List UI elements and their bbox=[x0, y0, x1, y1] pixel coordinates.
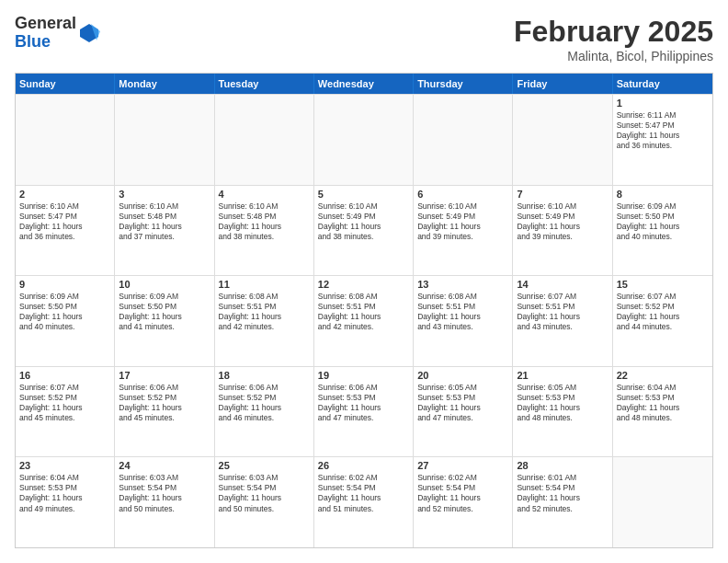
cell-w2-d5: 14Sunrise: 6:07 AM Sunset: 5:51 PM Dayli… bbox=[513, 276, 612, 366]
cell-w1-d1: 3Sunrise: 6:10 AM Sunset: 5:48 PM Daylig… bbox=[115, 186, 214, 276]
day-number: 3 bbox=[119, 189, 210, 200]
day-info: Sunrise: 6:11 AM Sunset: 5:47 PM Dayligh… bbox=[617, 110, 709, 151]
day-number: 12 bbox=[318, 279, 409, 290]
day-info: Sunrise: 6:08 AM Sunset: 5:51 PM Dayligh… bbox=[318, 292, 409, 332]
day-info: Sunrise: 6:02 AM Sunset: 5:54 PM Dayligh… bbox=[417, 473, 508, 513]
day-info: Sunrise: 6:09 AM Sunset: 5:50 PM Dayligh… bbox=[19, 292, 110, 332]
cell-w3-d2: 18Sunrise: 6:06 AM Sunset: 5:52 PM Dayli… bbox=[215, 367, 314, 457]
day-number: 8 bbox=[617, 189, 709, 200]
day-number: 11 bbox=[219, 279, 310, 290]
day-info: Sunrise: 6:07 AM Sunset: 5:52 PM Dayligh… bbox=[617, 292, 709, 332]
day-number: 25 bbox=[219, 460, 310, 471]
day-info: Sunrise: 6:09 AM Sunset: 5:50 PM Dayligh… bbox=[617, 201, 709, 242]
cell-w4-d1: 24Sunrise: 6:03 AM Sunset: 5:54 PM Dayli… bbox=[115, 457, 214, 547]
day-number: 15 bbox=[617, 279, 709, 290]
cell-w3-d0: 16Sunrise: 6:07 AM Sunset: 5:52 PM Dayli… bbox=[16, 367, 115, 457]
day-number: 10 bbox=[119, 279, 210, 290]
day-info: Sunrise: 6:10 AM Sunset: 5:49 PM Dayligh… bbox=[517, 201, 608, 242]
cell-w0-d6: 1Sunrise: 6:11 AM Sunset: 5:47 PM Daylig… bbox=[613, 95, 712, 185]
cell-w3-d5: 21Sunrise: 6:05 AM Sunset: 5:53 PM Dayli… bbox=[513, 367, 612, 457]
logo-text: General Blue bbox=[15, 15, 76, 52]
header-thursday: Thursday bbox=[414, 74, 513, 94]
day-info: Sunrise: 6:03 AM Sunset: 5:54 PM Dayligh… bbox=[119, 473, 210, 513]
logo-icon bbox=[78, 22, 100, 44]
header: General Blue February 2025 Malinta, Bico… bbox=[15, 15, 713, 63]
cell-w3-d6: 22Sunrise: 6:04 AM Sunset: 5:53 PM Dayli… bbox=[613, 367, 712, 457]
day-number: 5 bbox=[318, 189, 409, 200]
week-row-2: 9Sunrise: 6:09 AM Sunset: 5:50 PM Daylig… bbox=[16, 275, 712, 366]
day-info: Sunrise: 6:10 AM Sunset: 5:49 PM Dayligh… bbox=[417, 201, 508, 242]
cell-w4-d4: 27Sunrise: 6:02 AM Sunset: 5:54 PM Dayli… bbox=[414, 457, 513, 547]
cell-w1-d5: 7Sunrise: 6:10 AM Sunset: 5:49 PM Daylig… bbox=[513, 186, 612, 276]
cell-w2-d4: 13Sunrise: 6:08 AM Sunset: 5:51 PM Dayli… bbox=[414, 276, 513, 366]
day-number: 7 bbox=[517, 189, 608, 200]
cell-w4-d2: 25Sunrise: 6:03 AM Sunset: 5:54 PM Dayli… bbox=[215, 457, 314, 547]
location: Malinta, Bicol, Philippines bbox=[514, 49, 713, 63]
day-info: Sunrise: 6:02 AM Sunset: 5:54 PM Dayligh… bbox=[318, 473, 409, 513]
logo: General Blue bbox=[15, 15, 100, 52]
day-number: 16 bbox=[19, 370, 110, 381]
day-info: Sunrise: 6:04 AM Sunset: 5:53 PM Dayligh… bbox=[617, 383, 709, 423]
day-info: Sunrise: 6:10 AM Sunset: 5:48 PM Dayligh… bbox=[219, 201, 310, 242]
day-number: 17 bbox=[119, 370, 210, 381]
day-number: 27 bbox=[417, 460, 508, 471]
day-info: Sunrise: 6:10 AM Sunset: 5:48 PM Dayligh… bbox=[119, 201, 210, 242]
calendar-header: Sunday Monday Tuesday Wednesday Thursday… bbox=[16, 74, 712, 94]
day-number: 19 bbox=[318, 370, 409, 381]
day-number: 9 bbox=[19, 279, 110, 290]
cell-w4-d6 bbox=[613, 457, 712, 547]
day-number: 1 bbox=[617, 98, 709, 109]
cell-w0-d1 bbox=[115, 95, 214, 185]
day-number: 4 bbox=[219, 189, 310, 200]
cell-w4-d0: 23Sunrise: 6:04 AM Sunset: 5:53 PM Dayli… bbox=[16, 457, 115, 547]
month-title: February 2025 bbox=[514, 15, 713, 49]
day-info: Sunrise: 6:06 AM Sunset: 5:52 PM Dayligh… bbox=[219, 383, 310, 423]
day-number: 20 bbox=[417, 370, 508, 381]
cell-w2-d1: 10Sunrise: 6:09 AM Sunset: 5:50 PM Dayli… bbox=[115, 276, 214, 366]
day-info: Sunrise: 6:08 AM Sunset: 5:51 PM Dayligh… bbox=[417, 292, 508, 332]
day-info: Sunrise: 6:04 AM Sunset: 5:53 PM Dayligh… bbox=[19, 473, 110, 513]
logo-blue: Blue bbox=[15, 32, 51, 51]
week-row-3: 16Sunrise: 6:07 AM Sunset: 5:52 PM Dayli… bbox=[16, 366, 712, 457]
logo-general: General bbox=[15, 14, 76, 32]
day-info: Sunrise: 6:07 AM Sunset: 5:51 PM Dayligh… bbox=[517, 292, 608, 332]
cell-w1-d0: 2Sunrise: 6:10 AM Sunset: 5:47 PM Daylig… bbox=[16, 186, 115, 276]
day-number: 13 bbox=[417, 279, 508, 290]
cell-w4-d3: 26Sunrise: 6:02 AM Sunset: 5:54 PM Dayli… bbox=[314, 457, 414, 547]
cell-w2-d6: 15Sunrise: 6:07 AM Sunset: 5:52 PM Dayli… bbox=[613, 276, 712, 366]
cell-w4-d5: 28Sunrise: 6:01 AM Sunset: 5:54 PM Dayli… bbox=[513, 457, 612, 547]
cell-w1-d4: 6Sunrise: 6:10 AM Sunset: 5:49 PM Daylig… bbox=[414, 186, 513, 276]
day-number: 6 bbox=[417, 189, 508, 200]
cell-w0-d4 bbox=[414, 95, 513, 185]
header-sunday: Sunday bbox=[16, 74, 115, 94]
cell-w2-d2: 11Sunrise: 6:08 AM Sunset: 5:51 PM Dayli… bbox=[215, 276, 314, 366]
day-info: Sunrise: 6:08 AM Sunset: 5:51 PM Dayligh… bbox=[219, 292, 310, 332]
day-info: Sunrise: 6:07 AM Sunset: 5:52 PM Dayligh… bbox=[19, 383, 110, 423]
cell-w0-d2 bbox=[215, 95, 314, 185]
day-number: 18 bbox=[219, 370, 310, 381]
cell-w0-d0 bbox=[16, 95, 115, 185]
cell-w1-d3: 5Sunrise: 6:10 AM Sunset: 5:49 PM Daylig… bbox=[314, 186, 414, 276]
header-friday: Friday bbox=[513, 74, 612, 94]
day-info: Sunrise: 6:10 AM Sunset: 5:47 PM Dayligh… bbox=[19, 201, 110, 242]
cell-w3-d1: 17Sunrise: 6:06 AM Sunset: 5:52 PM Dayli… bbox=[115, 367, 214, 457]
header-tuesday: Tuesday bbox=[215, 74, 314, 94]
week-row-1: 2Sunrise: 6:10 AM Sunset: 5:47 PM Daylig… bbox=[16, 185, 712, 276]
week-row-0: 1Sunrise: 6:11 AM Sunset: 5:47 PM Daylig… bbox=[16, 94, 712, 185]
day-info: Sunrise: 6:05 AM Sunset: 5:53 PM Dayligh… bbox=[417, 383, 508, 423]
day-number: 23 bbox=[19, 460, 110, 471]
cell-w0-d5 bbox=[513, 95, 612, 185]
day-info: Sunrise: 6:09 AM Sunset: 5:50 PM Dayligh… bbox=[119, 292, 210, 332]
cell-w1-d2: 4Sunrise: 6:10 AM Sunset: 5:48 PM Daylig… bbox=[215, 186, 314, 276]
day-info: Sunrise: 6:05 AM Sunset: 5:53 PM Dayligh… bbox=[517, 383, 608, 423]
day-info: Sunrise: 6:01 AM Sunset: 5:54 PM Dayligh… bbox=[517, 473, 608, 513]
day-number: 21 bbox=[517, 370, 608, 381]
calendar-body: 1Sunrise: 6:11 AM Sunset: 5:47 PM Daylig… bbox=[16, 94, 712, 547]
header-monday: Monday bbox=[115, 74, 214, 94]
day-number: 26 bbox=[318, 460, 409, 471]
day-info: Sunrise: 6:06 AM Sunset: 5:52 PM Dayligh… bbox=[119, 383, 210, 423]
day-info: Sunrise: 6:03 AM Sunset: 5:54 PM Dayligh… bbox=[219, 473, 310, 513]
day-number: 2 bbox=[19, 189, 110, 200]
header-wednesday: Wednesday bbox=[314, 74, 414, 94]
calendar: Sunday Monday Tuesday Wednesday Thursday… bbox=[15, 73, 713, 548]
